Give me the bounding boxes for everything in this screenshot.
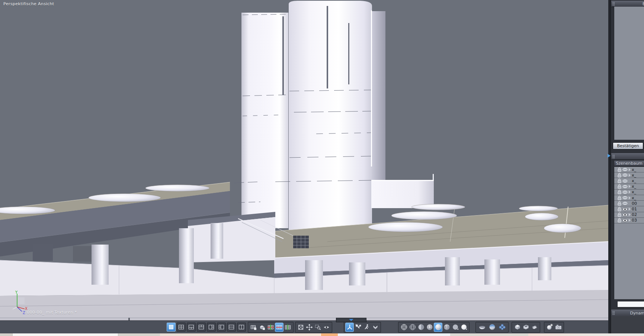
grid-xy-axes-icon[interactable] bbox=[266, 323, 275, 332]
tree-item-label: x_ bbox=[632, 190, 636, 194]
sidebar-bottom-area bbox=[611, 316, 644, 333]
hemisphere-icon[interactable] bbox=[477, 323, 487, 332]
tree-row[interactable]: 01 bbox=[614, 206, 644, 212]
visibility-eye-closed-icon[interactable] bbox=[622, 201, 628, 205]
tree-row[interactable]: x_ bbox=[614, 167, 644, 172]
scene-tree-panel-header[interactable] bbox=[611, 153, 644, 160]
bright-sphere-icon[interactable] bbox=[459, 323, 468, 332]
drop-to-ground-icon[interactable] bbox=[371, 323, 379, 332]
edge-segment bbox=[606, 333, 644, 336]
tree-row[interactable]: 03 bbox=[614, 218, 644, 223]
edge-segment bbox=[0, 333, 12, 336]
expand-arrow-icon[interactable] bbox=[628, 190, 631, 194]
light-sphere-icon[interactable] bbox=[545, 323, 554, 332]
hollow-box-icon[interactable] bbox=[522, 323, 530, 332]
window-bottom-edge bbox=[0, 333, 644, 336]
shaded-wireframe-sphere-icon[interactable] bbox=[425, 323, 434, 332]
right-sidebar: E Bestätigen Szenenbaum x_ bbox=[611, 0, 644, 333]
visibility-eye-closed-icon[interactable] bbox=[622, 173, 628, 177]
wireframe-sphere-icon[interactable] bbox=[400, 323, 408, 332]
visibility-eye-closed-icon[interactable] bbox=[622, 168, 628, 171]
grid-lock-icon[interactable] bbox=[249, 323, 258, 332]
edge-segment bbox=[12, 333, 118, 336]
top-panel-body bbox=[614, 7, 644, 140]
stacked-sheets-icon[interactable] bbox=[530, 323, 539, 332]
flat-shaded-sphere-icon[interactable] bbox=[417, 323, 425, 332]
expand-arrow-icon[interactable] bbox=[628, 213, 631, 216]
expand-arrow-icon[interactable] bbox=[628, 174, 631, 177]
dock-arrow-down-icon bbox=[349, 319, 354, 322]
layout-left-split-icon[interactable] bbox=[217, 323, 226, 332]
tree-row[interactable]: x_ bbox=[614, 184, 644, 190]
look-eye-icon[interactable] bbox=[322, 323, 331, 332]
lock-icon[interactable] bbox=[617, 190, 622, 194]
visibility-eye-closed-icon[interactable] bbox=[622, 190, 628, 194]
sphere-cluster-icon[interactable] bbox=[497, 323, 507, 332]
textured-wireframe-sphere-icon[interactable] bbox=[442, 323, 451, 332]
tree-row[interactable]: x_ bbox=[614, 172, 644, 178]
layout-single-icon[interactable] bbox=[167, 323, 176, 332]
zoom-region-icon[interactable] bbox=[314, 323, 322, 332]
layout-quad-icon[interactable] bbox=[177, 323, 186, 332]
grid-y-axis-icon[interactable] bbox=[283, 323, 292, 332]
expand-arrow-icon[interactable] bbox=[628, 219, 631, 222]
visibility-eye-closed-icon[interactable] bbox=[622, 185, 628, 188]
confirm-button[interactable]: Bestätigen bbox=[613, 142, 643, 149]
layout-right-split-icon[interactable] bbox=[207, 323, 216, 332]
layout-v-split-icon[interactable] bbox=[237, 323, 246, 332]
walk-icon[interactable] bbox=[362, 323, 371, 332]
sidebar-text-field[interactable] bbox=[617, 301, 644, 307]
fly-icon[interactable] bbox=[354, 323, 362, 332]
zoom-extents-icon[interactable] bbox=[297, 323, 305, 332]
tree-item-label: x_ bbox=[632, 167, 636, 172]
tree-row[interactable]: x_ bbox=[614, 195, 644, 201]
wireframe-dark-sphere-icon[interactable] bbox=[408, 323, 417, 332]
lock-icon[interactable] bbox=[617, 218, 622, 223]
visibility-eye-open-icon[interactable] bbox=[622, 213, 628, 217]
orbit-icon[interactable] bbox=[345, 323, 354, 332]
lock-icon[interactable] bbox=[617, 207, 622, 211]
axis-z-label: Z bbox=[23, 311, 25, 315]
toolbar-group-viewport-layouts bbox=[167, 322, 247, 333]
matte-sphere-icon[interactable] bbox=[451, 323, 459, 332]
box-icon[interactable] bbox=[513, 323, 522, 332]
lock-icon[interactable] bbox=[617, 178, 622, 183]
lock-icon[interactable] bbox=[617, 196, 622, 200]
layout-one-top-two-bottom-icon[interactable] bbox=[187, 323, 196, 332]
lock-icon[interactable] bbox=[617, 201, 622, 206]
tree-row[interactable]: x_ bbox=[614, 178, 644, 184]
top-panel-header[interactable]: E bbox=[611, 1, 644, 7]
expand-arrow-icon[interactable] bbox=[628, 196, 631, 200]
lock-icon[interactable] bbox=[617, 184, 622, 189]
lock-icon[interactable] bbox=[617, 167, 622, 172]
pan-icon[interactable] bbox=[305, 323, 314, 332]
expand-arrow-icon[interactable] bbox=[628, 207, 631, 211]
expand-arrow-icon[interactable] bbox=[628, 185, 631, 188]
panel-grip-icon bbox=[612, 311, 615, 315]
axis-y-label: Y bbox=[15, 291, 18, 294]
visibility-eye-open-icon[interactable] bbox=[622, 219, 628, 222]
dynamics-panel-header[interactable]: Dynam bbox=[611, 310, 644, 317]
visibility-eye-closed-icon[interactable] bbox=[622, 196, 628, 200]
visibility-eye-open-icon[interactable] bbox=[622, 207, 628, 211]
viewport-3d[interactable]: Perspektifische Ansicht Y X Z 000-00_ mi… bbox=[0, 0, 608, 320]
toolbar-group-grid-lock bbox=[248, 322, 294, 333]
toolbar-dock-handle[interactable] bbox=[336, 318, 366, 322]
expand-arrow-icon[interactable] bbox=[628, 168, 631, 171]
tree-row[interactable]: 02 bbox=[614, 212, 644, 218]
layout-h-split-icon[interactable] bbox=[227, 323, 236, 332]
tree-row[interactable]: x_ bbox=[614, 190, 644, 195]
smooth-shaded-sphere-icon[interactable] bbox=[434, 323, 442, 332]
lock-icon[interactable] bbox=[617, 173, 622, 178]
top-panel-title: E bbox=[643, 1, 644, 6]
camera-icon[interactable] bbox=[554, 323, 563, 332]
tree-row[interactable]: 00 bbox=[614, 201, 644, 206]
tree-item-label: 02 bbox=[632, 212, 637, 217]
layout-two-top-one-bottom-icon[interactable] bbox=[197, 323, 206, 332]
lock-icon[interactable] bbox=[617, 212, 622, 217]
sphere-split-icon[interactable] bbox=[487, 323, 497, 332]
grid-x-axis-icon[interactable] bbox=[275, 323, 283, 332]
cube-lock-icon[interactable] bbox=[258, 323, 266, 332]
visibility-eye-closed-icon[interactable] bbox=[622, 179, 628, 183]
viewport-title: Perspektifische Ansicht bbox=[3, 1, 54, 6]
